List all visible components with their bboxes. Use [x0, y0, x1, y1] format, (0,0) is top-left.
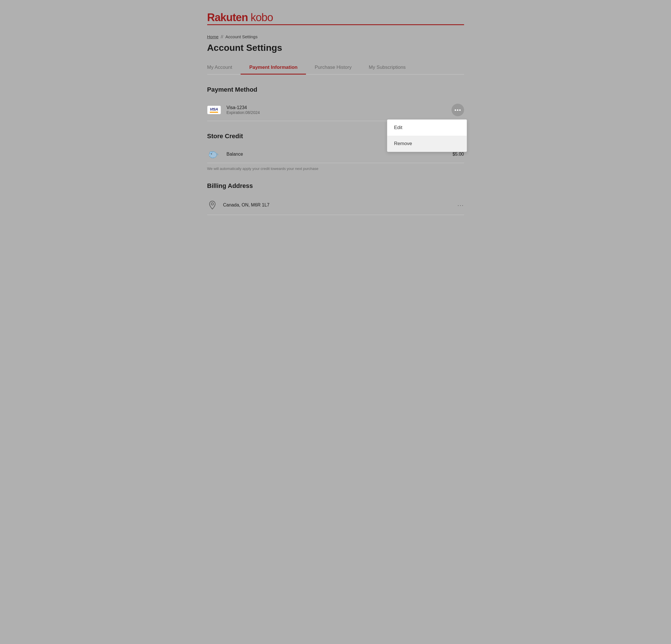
- svg-rect-5: [212, 151, 214, 152]
- dots-icon: [455, 109, 461, 111]
- visa-logo-stripe: [210, 112, 218, 113]
- balance-label: Balance: [227, 152, 453, 157]
- credit-note: We will automatically apply your credit …: [207, 166, 464, 171]
- card-row: VISA Visa-1234 Expiration:08/2024: [207, 99, 464, 121]
- breadcrumb-home-link[interactable]: Home: [207, 34, 219, 39]
- billing-address-section: Billing Address Canada, ON, M6R 1L7 ···: [207, 182, 464, 215]
- dot-3: [459, 109, 461, 111]
- edit-card-option[interactable]: Edit: [387, 120, 467, 136]
- card-info: Visa-1234 Expiration:08/2024: [227, 105, 452, 115]
- svg-rect-7: [213, 157, 214, 158]
- logo-underline: [207, 24, 464, 25]
- logo-rakuten: Rakuten: [207, 11, 248, 23]
- payment-method-title: Payment Method: [207, 86, 464, 94]
- tab-my-subscriptions[interactable]: My Subscriptions: [360, 61, 414, 74]
- logo-kobo: kobo: [251, 11, 273, 23]
- address-row: Canada, ON, M6R 1L7 ···: [207, 195, 464, 215]
- expiry-value: 08/2024: [245, 110, 260, 115]
- tabs-nav: My Account Payment Information Purchase …: [207, 61, 464, 75]
- page-container: Rakuten kobo Home // Account Settings Ac…: [207, 11, 464, 215]
- breadcrumb-current: Account Settings: [226, 34, 258, 39]
- card-name: Visa-1234: [227, 105, 452, 110]
- expiry-label: Expiration:: [227, 110, 245, 115]
- address-text: Canada, ON, M6R 1L7: [223, 202, 457, 208]
- balance-icon: [207, 150, 221, 158]
- dot-2: [457, 109, 458, 111]
- logo-text: Rakuten kobo: [207, 11, 464, 24]
- svg-point-3: [211, 154, 212, 154]
- remove-card-option[interactable]: Remove: [387, 136, 467, 152]
- payment-method-section: Payment Method VISA Visa-1234 Expiration…: [207, 86, 464, 121]
- visa-logo: VISA: [207, 106, 221, 114]
- store-credit-icon: [208, 150, 220, 158]
- svg-point-4: [209, 154, 211, 156]
- tab-payment-information[interactable]: Payment Information: [241, 61, 306, 74]
- svg-rect-6: [211, 157, 212, 158]
- tab-my-account[interactable]: My Account: [207, 61, 241, 74]
- logo[interactable]: Rakuten kobo: [207, 11, 464, 25]
- svg-point-2: [210, 152, 212, 153]
- billing-address-title: Billing Address: [207, 182, 464, 190]
- dot-1: [455, 109, 456, 111]
- card-dropdown-menu: Edit Remove: [387, 119, 467, 152]
- location-icon: [207, 200, 217, 210]
- balance-amount: $5.00: [452, 152, 464, 157]
- visa-logo-text: VISA: [210, 107, 218, 111]
- tab-purchase-history[interactable]: Purchase History: [306, 61, 360, 74]
- page-title: Account Settings: [207, 42, 464, 53]
- svg-point-8: [211, 203, 214, 205]
- card-options-button[interactable]: Edit Remove: [452, 104, 464, 116]
- breadcrumb-separator: //: [221, 34, 223, 39]
- location-pin-icon: [208, 200, 216, 210]
- address-options-button[interactable]: ···: [457, 202, 464, 209]
- card-expiry: Expiration:08/2024: [227, 110, 452, 115]
- breadcrumb: Home // Account Settings: [207, 34, 464, 39]
